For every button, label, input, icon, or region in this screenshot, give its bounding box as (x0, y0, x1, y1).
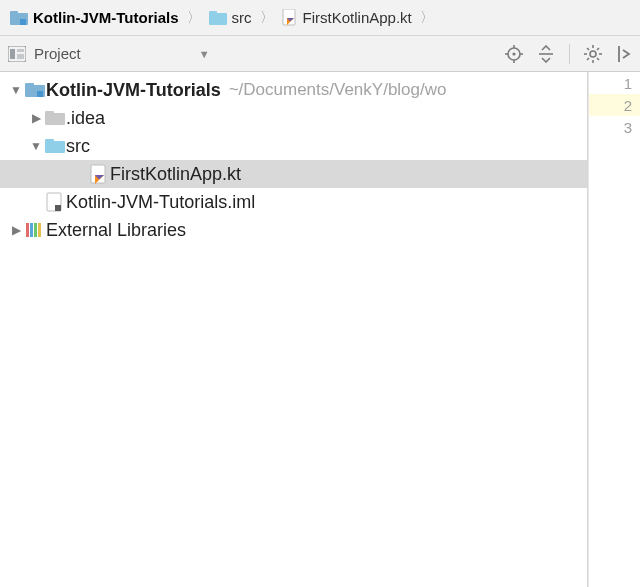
tree-src-folder[interactable]: ▼ src (0, 132, 587, 160)
svg-rect-4 (209, 11, 217, 15)
svg-rect-1 (10, 11, 18, 15)
tree-project-root[interactable]: ▼ Kotlin-JVM-Tutorials ~/Documents/VenkY… (0, 76, 587, 104)
svg-rect-2 (20, 19, 26, 25)
kotlin-file-icon (88, 164, 110, 184)
source-folder-icon (209, 10, 227, 26)
separator (569, 44, 570, 64)
kotlin-file-icon (282, 9, 298, 27)
svg-rect-44 (38, 223, 41, 237)
tree-file-selected[interactable]: FirstKotlinApp.kt (0, 160, 587, 188)
chevron-right-icon: 〉 (418, 9, 436, 27)
tree-item-label: External Libraries (46, 216, 186, 244)
tree-iml-file[interactable]: Kotlin-JVM-Tutorials.iml (0, 188, 587, 216)
breadcrumb-project-label: Kotlin-JVM-Tutorials (33, 9, 179, 26)
svg-line-27 (597, 48, 599, 50)
collapse-all-icon[interactable] (537, 45, 555, 63)
project-folder-icon (10, 10, 28, 26)
project-view-icon[interactable] (8, 46, 26, 62)
chevron-right-icon[interactable]: ▶ (28, 104, 44, 132)
tree-project-path: ~/Documents/VenkY/blog/wo (229, 76, 447, 104)
view-dropdown-icon[interactable]: ▼ (199, 48, 210, 60)
gear-icon[interactable] (584, 45, 602, 63)
svg-point-19 (590, 51, 596, 57)
breadcrumb: Kotlin-JVM-Tutorials 〉 src 〉 FirstKotlin… (0, 0, 640, 36)
breadcrumb-file-label: FirstKotlinApp.kt (303, 9, 412, 26)
project-view-label[interactable]: Project (34, 45, 81, 62)
svg-rect-40 (55, 205, 61, 211)
source-folder-icon (44, 138, 66, 154)
project-folder-icon (24, 82, 46, 98)
gutter-line[interactable]: 1 (589, 72, 640, 94)
svg-rect-35 (45, 139, 54, 143)
breadcrumb-src-label: src (232, 9, 252, 26)
hide-panel-icon[interactable] (616, 45, 632, 63)
svg-line-25 (597, 58, 599, 60)
tree-item-label: .idea (66, 104, 105, 132)
svg-line-24 (587, 48, 589, 50)
chevron-right-icon: 〉 (258, 9, 276, 27)
svg-rect-9 (10, 49, 15, 59)
svg-rect-31 (37, 91, 43, 97)
module-file-icon (44, 192, 66, 212)
external-libs-icon (24, 221, 46, 239)
svg-rect-33 (45, 111, 54, 115)
svg-rect-41 (26, 223, 29, 237)
breadcrumb-src[interactable]: src (203, 0, 258, 35)
tree-project-name: Kotlin-JVM-Tutorials (46, 76, 221, 104)
chevron-right-icon[interactable]: ▶ (8, 216, 24, 244)
chevron-right-icon: 〉 (185, 9, 203, 27)
tree-external-libraries[interactable]: ▶ External Libraries (0, 216, 587, 244)
tree-idea-folder[interactable]: ▶ .idea (0, 104, 587, 132)
folder-icon (44, 110, 66, 126)
svg-rect-10 (17, 49, 24, 52)
project-tool-header: Project ▼ (0, 36, 640, 72)
tree-item-label: src (66, 132, 90, 160)
svg-point-13 (512, 52, 515, 55)
chevron-down-icon[interactable]: ▼ (28, 132, 44, 160)
gutter-line[interactable]: 3 (589, 116, 640, 138)
editor-gutter: 1 2 3 (588, 72, 640, 587)
tree-item-label: Kotlin-JVM-Tutorials.iml (66, 188, 255, 216)
breadcrumb-project[interactable]: Kotlin-JVM-Tutorials (4, 0, 185, 35)
project-tree[interactable]: ▼ Kotlin-JVM-Tutorials ~/Documents/VenkY… (0, 72, 588, 587)
tree-item-label: FirstKotlinApp.kt (110, 160, 241, 188)
breadcrumb-file[interactable]: FirstKotlinApp.kt (276, 0, 418, 35)
svg-rect-30 (25, 83, 34, 87)
svg-line-26 (587, 58, 589, 60)
chevron-down-icon[interactable]: ▼ (8, 76, 24, 104)
locate-target-icon[interactable] (505, 45, 523, 63)
svg-rect-43 (34, 223, 37, 237)
svg-rect-11 (17, 54, 24, 59)
svg-rect-42 (30, 223, 33, 237)
gutter-line[interactable]: 2 (589, 94, 640, 116)
